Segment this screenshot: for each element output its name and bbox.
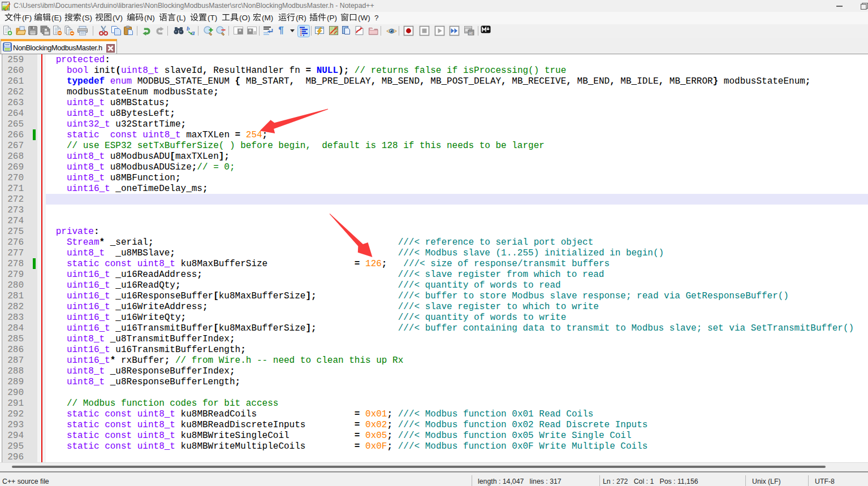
svg-text:(F): (F) — [22, 14, 32, 22]
svg-text:(L): (L) — [176, 14, 186, 22]
svg-text:(P): (P) — [327, 14, 337, 22]
svg-text:(T): (T) — [208, 14, 217, 22]
svg-text:a: a — [191, 28, 195, 36]
svg-text:(N): (N) — [144, 14, 155, 22]
svg-text:(W): (W) — [358, 14, 370, 22]
svg-text:(S): (S) — [82, 14, 92, 22]
svg-text:uc: uc — [469, 31, 473, 35]
svg-text:(E): (E) — [51, 14, 62, 22]
svg-text:(V): (V) — [113, 14, 123, 22]
svg-text:(R): (R) — [296, 14, 306, 22]
svg-text:b: b — [187, 25, 190, 32]
svg-text:(M): (M) — [262, 14, 273, 22]
svg-text:(O): (O) — [239, 14, 251, 22]
